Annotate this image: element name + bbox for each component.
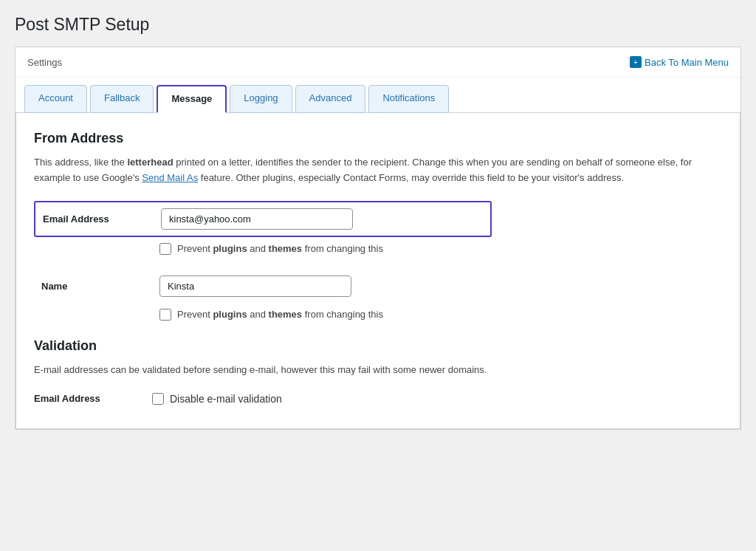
validation-email-label: Email Address [34, 393, 152, 404]
prevent-plugins-themes-row-2: Prevent plugins and themes from changing… [159, 309, 722, 321]
prevent-plugins-themes-row-1: Prevent plugins and themes from changing… [159, 243, 722, 255]
send-mail-as-link[interactable]: Send Mail As [142, 172, 198, 183]
email-address-label: Email Address [43, 213, 161, 225]
validation-description: E-mail addresses can be validated before… [34, 363, 698, 378]
email-address-input[interactable] [161, 208, 353, 230]
from-address-section: From Address This address, like the lett… [34, 131, 722, 321]
disable-email-validation-label: Disable e-mail validation [170, 393, 282, 405]
settings-label: Settings [27, 57, 62, 68]
tab-fallback[interactable]: Fallback [90, 85, 154, 113]
validation-title: Validation [34, 338, 722, 354]
page-title: Post SMTP Setup [15, 15, 741, 35]
tab-logging[interactable]: Logging [230, 85, 292, 113]
back-link-text: Back To Main Menu [645, 57, 729, 68]
prevent-checkbox-2[interactable] [159, 309, 171, 321]
from-address-description: This address, like the letterhead printe… [34, 155, 698, 186]
tab-message[interactable]: Message [157, 85, 227, 113]
prevent-label-1: Prevent plugins and themes from changing… [177, 243, 383, 254]
tab-account[interactable]: Account [24, 85, 87, 113]
settings-header: Settings + Back To Main Menu [16, 47, 740, 78]
back-icon: + [630, 56, 642, 68]
content-area: From Address This address, like the lett… [16, 113, 740, 428]
tabs-row: Account Fallback Message Logging Advance… [16, 78, 740, 113]
name-row: Name [34, 270, 492, 303]
name-label: Name [41, 281, 159, 292]
validation-section: Validation E-mail addresses can be valid… [34, 338, 722, 405]
settings-card: Settings + Back To Main Menu Account Fal… [15, 47, 741, 430]
email-address-row: Email Address [34, 201, 492, 237]
prevent-label-2: Prevent plugins and themes from changing… [177, 309, 383, 320]
tab-notifications[interactable]: Notifications [368, 85, 449, 113]
tab-advanced[interactable]: Advanced [295, 85, 366, 113]
name-input[interactable] [159, 276, 351, 297]
validation-email-row: Email Address Disable e-mail validation [34, 393, 722, 405]
back-to-main-menu-link[interactable]: + Back To Main Menu [630, 56, 729, 68]
disable-email-validation-checkbox[interactable] [152, 393, 164, 405]
prevent-checkbox-1[interactable] [159, 243, 171, 255]
from-address-title: From Address [34, 131, 722, 146]
